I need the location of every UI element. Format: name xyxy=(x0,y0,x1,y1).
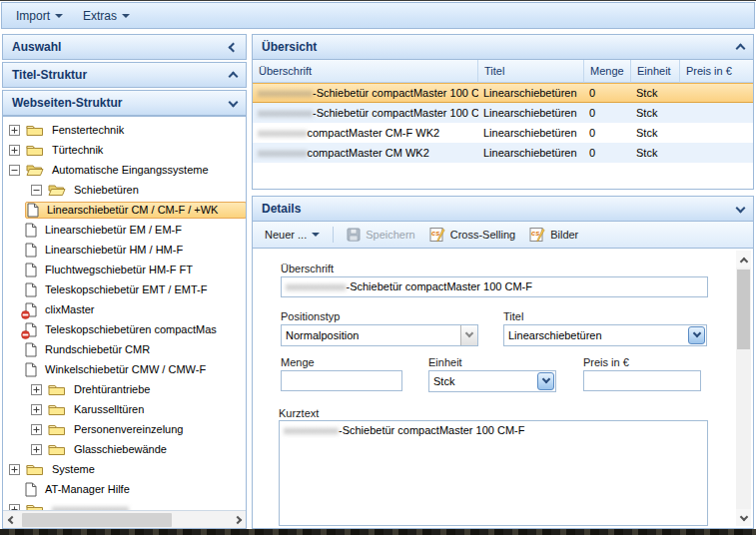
cell-titel: Linearschiebetüren xyxy=(478,123,584,143)
tree-item-linearschiebetuer-hm[interactable]: Linearschiebetür HM / HM-F xyxy=(3,240,246,260)
vertical-scrollbar-thumb[interactable] xyxy=(737,269,750,349)
cell-einheit: Stck xyxy=(631,143,680,163)
document-blocked-icon xyxy=(25,302,37,317)
speichern-button[interactable]: Speichern xyxy=(343,226,419,244)
cross-selling-button-label: Cross-Selling xyxy=(450,229,515,241)
table-row[interactable]: xxxxxxxxx compactMaster CM-F WK2 Linears… xyxy=(253,123,753,143)
positionstyp-value: Normalposition xyxy=(282,325,460,345)
kurztext-textarea[interactable]: xxxxxxxxxx-Schiebetür compactMaster 100 … xyxy=(279,420,708,526)
tree-item-label: Fenstertechnik xyxy=(49,123,127,137)
overview-panel: Übersicht Überschrift Titel Menge Einhei… xyxy=(252,34,754,190)
scroll-down-button[interactable] xyxy=(736,509,751,526)
tree-item-teleskopschiebetueren-compactmaster[interactable]: Teleskopschiebetüren compactMas xyxy=(3,319,246,339)
menu-extras[interactable]: Extras xyxy=(75,6,138,26)
table-row[interactable]: xxxxxxxxxx-Schiebetür compactMaster 100 … xyxy=(253,103,753,123)
panel-header-details[interactable]: Details xyxy=(252,196,754,222)
expand-plus-icon[interactable] xyxy=(31,404,42,415)
expand-plus-icon[interactable] xyxy=(31,444,42,455)
tree-item-automatische-eingangssysteme[interactable]: Automatische Eingangssysteme xyxy=(3,160,246,180)
tree-item-redacted[interactable]: xxxxxxxxxxxxxx xyxy=(3,499,246,510)
combo-arrow-icon[interactable] xyxy=(460,325,477,345)
cell-preis xyxy=(680,84,753,102)
horizontal-scrollbar-thumb[interactable] xyxy=(22,513,172,527)
panel-header-uebersicht[interactable]: Übersicht xyxy=(252,34,754,60)
tree-item-winkelschiebetuer[interactable]: Winkelschiebetür CMW / CMW-F xyxy=(3,359,246,379)
tree-item-label: Linearschiebetür CM / CM-F / +WK xyxy=(44,203,221,217)
toolbar-separator xyxy=(333,227,334,243)
tree-item-linearschiebetuer-cm[interactable]: Linearschiebetür CM / CM-F / +WK xyxy=(3,200,246,220)
tree-item-teleskopschiebetuer-emt[interactable]: Teleskopschiebetür EMT / EMT-F xyxy=(3,279,246,299)
redacted-text: xxxxxxxxxxx xyxy=(286,280,347,292)
menge-input[interactable] xyxy=(281,370,402,391)
tree-item-glasschiebewaende[interactable]: Glasschiebewände xyxy=(3,439,246,459)
expand-plus-icon[interactable] xyxy=(9,125,20,136)
neuer-button-label: Neuer ... xyxy=(265,229,307,241)
expand-minus-icon[interactable] xyxy=(31,185,42,196)
tree-item-systeme[interactable]: Systeme xyxy=(3,459,246,479)
table-row[interactable]: xxxxxxxxx compactMaster CM WK2 Linearsch… xyxy=(253,143,753,163)
chevron-up-icon[interactable] xyxy=(229,72,239,82)
combo-arrow-icon[interactable] xyxy=(537,372,554,390)
desktop-background-strip xyxy=(0,529,756,535)
horizontal-scrollbar[interactable] xyxy=(3,510,246,528)
document-icon xyxy=(25,223,37,238)
expand-plus-icon[interactable] xyxy=(31,424,42,435)
ueberschrift-value: -Schiebetür compactMaster 100 CM-F xyxy=(347,280,532,292)
column-header-titel[interactable]: Titel xyxy=(478,60,584,83)
folder-closed-icon xyxy=(26,502,44,510)
tree-item-fluchtwegschiebetuer[interactable]: Fluchtwegschiebetür HM-F FT xyxy=(3,260,246,279)
ueberschrift-input[interactable]: xxxxxxxxxxx-Schiebetür compactMaster 100… xyxy=(281,276,708,297)
tree-item-label: Automatische Eingangssysteme xyxy=(49,163,212,177)
titel-label: Titel xyxy=(503,310,523,322)
expand-minus-icon[interactable] xyxy=(9,165,20,176)
application-window: Import Extras Auswahl Titel-Struktur Web… xyxy=(0,0,756,535)
tree-item-clixmaster[interactable]: clixMaster xyxy=(3,299,246,319)
expand-plus-icon[interactable] xyxy=(9,145,20,156)
panel-header-auswahl[interactable]: Auswahl xyxy=(2,34,247,60)
column-header-ueberschrift[interactable]: Überschrift xyxy=(253,60,478,83)
tree-item-fenstertechnik[interactable]: Fenstertechnik xyxy=(3,120,246,140)
redacted-text: xxxxxxxxx xyxy=(258,127,308,139)
menu-import[interactable]: Import xyxy=(8,6,71,26)
tree-item-label: Teleskopschiebetüren compactMas xyxy=(42,322,220,336)
scroll-up-button[interactable] xyxy=(736,251,751,268)
column-header-einheit[interactable]: Einheit xyxy=(631,60,680,83)
positionstyp-select[interactable]: Normalposition xyxy=(281,324,478,346)
combo-arrow-icon[interactable] xyxy=(688,326,705,344)
neuer-button[interactable]: Neuer ... xyxy=(261,227,324,243)
tree-item-personenvereinzelung[interactable]: Personenvereinzelung xyxy=(3,419,246,439)
expand-plus-icon[interactable] xyxy=(9,464,20,475)
tree-item-label: Systeme xyxy=(49,462,98,476)
tree-item-linearschiebetuer-em[interactable]: Linearschiebetür EM / EM-F xyxy=(3,220,246,240)
tree-item-schiebetueren[interactable]: Schiebetüren xyxy=(3,180,246,200)
tree: Fenstertechnik Türtechnik Automatische E… xyxy=(3,117,246,510)
scroll-right-button[interactable] xyxy=(229,511,246,528)
expand-plus-icon[interactable] xyxy=(31,384,42,395)
tree-item-drehtuerantriebe[interactable]: Drehtürantriebe xyxy=(3,379,246,399)
chevron-down-icon[interactable] xyxy=(736,203,746,213)
scroll-left-button[interactable] xyxy=(3,511,20,528)
panel-header-titel-struktur[interactable]: Titel-Struktur xyxy=(2,62,247,88)
bilder-button[interactable]: Bilder xyxy=(525,225,582,245)
column-header-preis[interactable]: Preis in € xyxy=(680,60,753,83)
vertical-scrollbar[interactable] xyxy=(736,251,751,526)
tree-item-karusselltueren[interactable]: Karusselltüren xyxy=(3,399,246,419)
folder-closed-icon xyxy=(26,462,44,476)
panel-header-webseiten-struktur[interactable]: Webseiten-Struktur xyxy=(2,90,247,116)
chevron-left-icon[interactable] xyxy=(229,42,239,52)
table-row[interactable]: xxxxxxxxxx-Schiebetür compactMaster 100 … xyxy=(253,83,753,103)
tree-item-tuertechnik[interactable]: Türtechnik xyxy=(3,140,246,160)
column-header-menge[interactable]: Menge xyxy=(584,60,631,83)
titel-select[interactable]: Linearschiebetüren xyxy=(503,324,707,346)
einheit-select[interactable]: Stck xyxy=(428,370,556,392)
preis-input[interactable] xyxy=(583,370,701,391)
tree-item-rundschiebetuer[interactable]: Rundschiebetür CMR xyxy=(3,339,246,359)
chevron-down-icon[interactable] xyxy=(229,97,239,107)
document-icon xyxy=(27,203,39,218)
einheit-label: Einheit xyxy=(428,356,462,368)
chevron-up-icon[interactable] xyxy=(736,44,746,54)
tree-item-at-manager-hilfe[interactable]: AT-Manager Hilfe xyxy=(3,479,246,499)
dropdown-arrow-icon xyxy=(312,233,320,237)
cross-selling-button[interactable]: Cross-Selling xyxy=(425,225,519,245)
cell-ueberschrift: -Schiebetür compactMaster 100 C xyxy=(313,107,478,119)
